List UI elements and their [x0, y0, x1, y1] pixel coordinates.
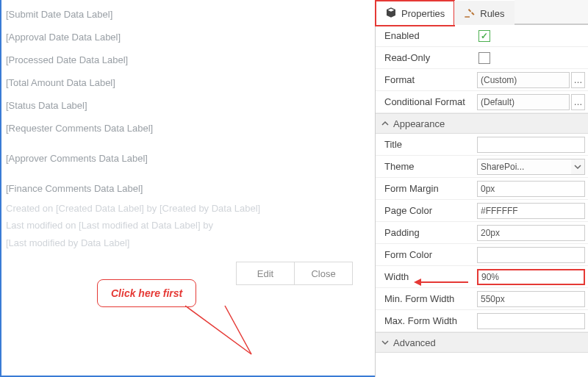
tab-properties[interactable]: Properties [376, 1, 454, 25]
form-meta: Created on [Created Data Label] by [Crea… [1, 200, 375, 251]
data-label: [Approval Date Data Label] [6, 26, 375, 49]
minwidth-input[interactable] [477, 291, 585, 307]
chevron-up-icon [381, 118, 389, 129]
data-label: [Status Data Label] [6, 94, 375, 117]
data-label: [Submit Date Data Label] [6, 3, 375, 26]
annotation-callout: Click here first [97, 279, 196, 307]
edit-button[interactable]: Edit [236, 262, 295, 285]
chevron-down-icon [381, 337, 389, 348]
data-label: [Finance Comments Data Label] [6, 177, 375, 200]
section-title: Appearance [393, 118, 445, 129]
data-label: [Processed Date Data Label] [6, 49, 375, 71]
annotation-arrow [414, 277, 470, 287]
format-ellipsis-button[interactable]: … [571, 72, 585, 88]
formcolor-label: Form Color [376, 249, 477, 260]
tab-label: Rules [480, 8, 504, 19]
enabled-label: Enabled [376, 30, 477, 41]
gavel-icon [464, 7, 476, 21]
section-advanced[interactable]: Advanced [376, 332, 588, 353]
svg-marker-3 [414, 279, 421, 286]
section-appearance[interactable]: Appearance [376, 113, 588, 134]
formmargin-input[interactable] [477, 181, 585, 197]
title-input[interactable] [477, 137, 585, 153]
properties-panel: Properties Rules Enabled Read-Only Forma… [375, 0, 588, 377]
data-label: [Requester Comments Data Label] [6, 117, 375, 140]
svg-line-0 [185, 306, 251, 354]
data-label: [Total Amount Data Label] [6, 71, 375, 94]
padding-label: Padding [376, 227, 477, 238]
formmargin-label: Form Margin [376, 183, 477, 194]
section-title: Advanced [393, 337, 436, 348]
condformat-label: Conditional Format [376, 96, 477, 107]
enabled-checkbox[interactable] [478, 30, 490, 42]
minwidth-label: Min. Form Width [376, 293, 477, 304]
close-button[interactable]: Close [294, 262, 353, 285]
width-label: Width [376, 271, 477, 282]
readonly-checkbox[interactable] [478, 52, 490, 64]
condformat-ellipsis-button[interactable]: … [571, 94, 585, 110]
format-label: Format [376, 74, 477, 85]
width-input[interactable] [477, 269, 585, 285]
properties-icon [385, 7, 397, 21]
formcolor-input[interactable] [477, 247, 585, 263]
data-label: [Approver Comments Data Label] [6, 147, 375, 170]
maxwidth-label: Max. Form Width [376, 315, 477, 326]
svg-line-1 [225, 306, 251, 354]
pagecolor-input[interactable] [477, 203, 585, 219]
title-label: Title [376, 139, 477, 150]
format-value[interactable]: (Custom) [477, 72, 570, 88]
form-canvas[interactable]: [Submit Date Data Label] [Approval Date … [0, 0, 375, 377]
theme-select[interactable]: SharePoi... [477, 159, 571, 175]
condformat-value[interactable]: (Default) [477, 94, 570, 110]
tabstrip-spacer [514, 0, 589, 24]
padding-input[interactable] [477, 225, 585, 241]
maxwidth-input[interactable] [477, 313, 585, 329]
tab-label: Properties [401, 8, 445, 19]
pagecolor-label: Page Color [376, 205, 477, 216]
theme-dropdown-button[interactable] [571, 159, 585, 175]
theme-label: Theme [376, 161, 477, 172]
readonly-label: Read-Only [376, 52, 477, 63]
tab-rules[interactable]: Rules [454, 1, 514, 25]
